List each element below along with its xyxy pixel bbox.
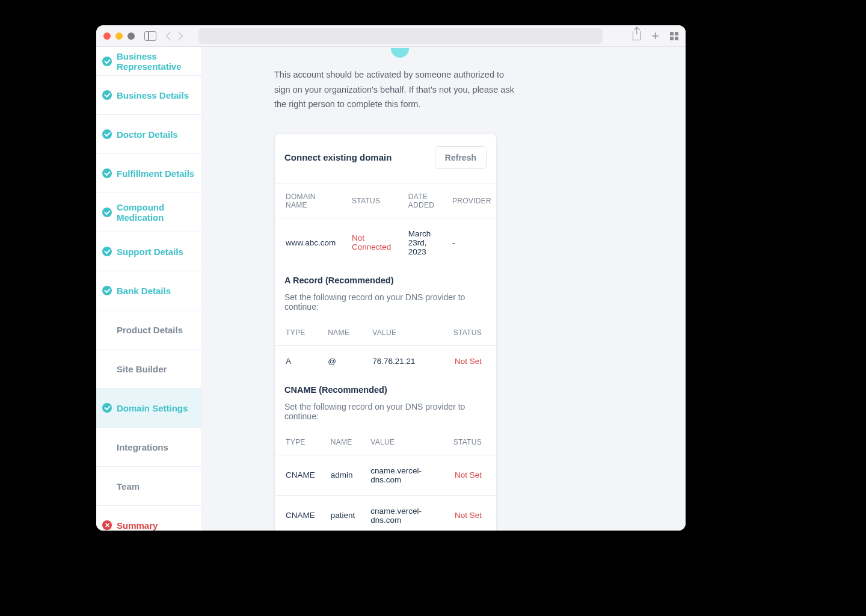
sidebar-item-domain-settings[interactable]: Domain Settings <box>96 389 201 428</box>
cell-name: admin <box>320 455 360 495</box>
cell-status: Not Set <box>443 495 496 531</box>
check-icon <box>102 208 112 217</box>
domain-table: DOMAIN NAME STATUS DATE ADDED PROVIDER w… <box>275 184 496 267</box>
sidebar-item-summary[interactable]: ✕ Summary <box>96 506 201 531</box>
check-icon <box>102 403 112 413</box>
card-header: Connect existing domain Refresh <box>275 134 496 184</box>
cell-status: Not Set <box>443 455 496 495</box>
forward-icon[interactable] <box>174 31 183 40</box>
back-icon[interactable] <box>166 31 174 40</box>
a-record-header: A Record (Recommended) <box>275 267 496 289</box>
cell-name: @ <box>317 345 361 377</box>
cname-sub: Set the following record on your DNS pro… <box>275 398 496 430</box>
maximize-icon[interactable] <box>127 32 135 40</box>
sidebar-item-product-details[interactable]: Product Details <box>96 310 201 350</box>
refresh-button[interactable]: Refresh <box>435 146 487 169</box>
sidebar: Business Representative Business Details… <box>96 47 202 531</box>
table-row: CNAME admin cname.vercel-dns.com Not Set <box>275 455 496 495</box>
col-status: STATUS <box>341 184 398 218</box>
cell-status: Not Set <box>432 345 496 377</box>
cell-name: patient <box>320 495 360 531</box>
minimize-icon[interactable] <box>115 32 123 40</box>
sidebar-item-compound-medication[interactable]: Compound Medication <box>96 193 201 232</box>
share-icon[interactable] <box>633 31 640 40</box>
cell-value: cname.vercel-dns.com <box>360 495 442 531</box>
sidebar-item-team[interactable]: Team <box>96 467 201 506</box>
sidebar-item-support-details[interactable]: Support Details <box>96 232 201 271</box>
check-icon <box>102 90 112 100</box>
sidebar-item-label: Business Details <box>117 90 189 100</box>
col-status: STATUS <box>432 320 496 346</box>
tabs-overview-icon[interactable] <box>670 32 678 40</box>
sidebar-item-label: Bank Details <box>117 286 171 296</box>
traffic-lights <box>103 32 135 40</box>
main-panel: This account should be activated by some… <box>202 47 686 531</box>
domain-card: Connect existing domain Refresh DOMAIN N… <box>274 134 497 531</box>
cell-value: cname.vercel-dns.com <box>360 455 442 495</box>
sidebar-item-integrations[interactable]: Integrations <box>96 428 201 467</box>
check-icon <box>102 286 112 295</box>
close-icon[interactable] <box>103 32 111 40</box>
cell-date: March 23rd, 2023 <box>398 218 441 267</box>
a-record-table: TYPE NAME VALUE STATUS A @ 76.76.21.21 N… <box>275 320 496 377</box>
sidebar-item-business-details[interactable]: Business Details <box>96 76 201 115</box>
cell-type: CNAME <box>275 495 320 531</box>
check-icon <box>102 168 112 178</box>
table-row: CNAME patient cname.vercel-dns.com Not S… <box>275 495 496 531</box>
col-value: VALUE <box>361 320 432 346</box>
intro-text: This account should be activated by some… <box>274 67 515 112</box>
col-domain: DOMAIN NAME <box>275 184 341 218</box>
col-status: STATUS <box>443 430 496 455</box>
check-icon <box>102 247 112 256</box>
sidebar-item-label: Domain Settings <box>117 403 188 413</box>
sidebar-item-label: Summary <box>117 520 158 531</box>
sidebar-item-label: Product Details <box>117 325 183 335</box>
cell-value: 76.76.21.21 <box>361 345 432 377</box>
sidebar-item-label: Doctor Details <box>117 129 178 140</box>
nav-arrows <box>167 33 182 39</box>
titlebar: + <box>96 25 686 47</box>
cell-type: CNAME <box>275 455 320 495</box>
cell-domain: www.abc.com <box>275 218 341 267</box>
col-type: TYPE <box>275 430 320 455</box>
sidebar-item-bank-details[interactable]: Bank Details <box>96 271 201 310</box>
sidebar-item-label: Integrations <box>117 442 168 452</box>
sidebar-item-site-builder[interactable]: Site Builder <box>96 350 201 389</box>
sidebar-item-label: Fulfillment Details <box>117 168 194 179</box>
sidebar-item-label: Compound Medication <box>117 202 195 223</box>
error-icon: ✕ <box>102 520 112 530</box>
sidebar-item-label: Team <box>117 481 140 491</box>
browser-window: + Business Representative Business Detai… <box>96 25 686 531</box>
sidebar-toggle-icon[interactable] <box>144 31 156 41</box>
cell-provider: - <box>441 218 496 267</box>
url-bar[interactable] <box>198 28 603 44</box>
cname-header: CNAME (Recommended) <box>275 377 496 398</box>
a-record-sub: Set the following record on your DNS pro… <box>275 289 496 320</box>
col-type: TYPE <box>275 320 317 346</box>
card-title: Connect existing domain <box>284 152 392 162</box>
sidebar-item-label: Site Builder <box>117 364 167 374</box>
toolbar-right: + <box>633 29 678 43</box>
content-area: Business Representative Business Details… <box>96 47 686 531</box>
cell-type: A <box>275 345 317 377</box>
sidebar-item-label: Support Details <box>117 247 183 257</box>
col-name: NAME <box>320 430 360 455</box>
sidebar-item-business-representative[interactable]: Business Representative <box>96 47 201 76</box>
check-icon <box>102 57 112 66</box>
col-date: DATE ADDED <box>398 184 441 218</box>
sidebar-item-label: Business Representative <box>117 51 195 72</box>
col-name: NAME <box>317 320 361 346</box>
a-record-title: A Record (Recommended) <box>284 276 487 285</box>
sidebar-item-fulfillment-details[interactable]: Fulfillment Details <box>96 154 201 193</box>
col-value: VALUE <box>360 430 442 455</box>
table-row: www.abc.com Not Connected March 23rd, 20… <box>275 218 496 267</box>
cname-table: TYPE NAME VALUE STATUS CNAME admin cname… <box>275 430 496 531</box>
new-tab-icon[interactable]: + <box>651 29 659 43</box>
cname-title: CNAME (Recommended) <box>284 385 487 395</box>
col-provider: PROVIDER <box>441 184 496 218</box>
sidebar-item-doctor-details[interactable]: Doctor Details <box>96 115 201 154</box>
table-row: A @ 76.76.21.21 Not Set <box>275 345 496 377</box>
cell-status: Not Connected <box>341 218 398 267</box>
check-icon <box>102 129 112 139</box>
